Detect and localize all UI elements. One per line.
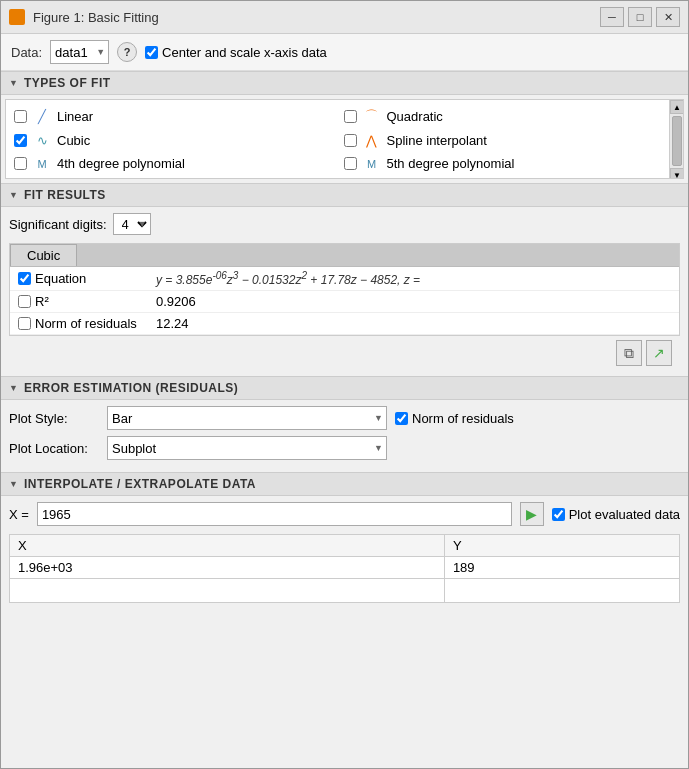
fit-cubic-checkbox[interactable]	[14, 134, 27, 147]
fit-spline-checkbox[interactable]	[344, 134, 357, 147]
data-select-wrapper: data1	[50, 40, 109, 64]
eval-icon: ▶	[526, 506, 537, 522]
equation-row: Equation y = 3.855e-06z3 − 0.01532z2 + 1…	[10, 267, 679, 291]
interpolate-title: INTERPOLATE / EXTRAPOLATE DATA	[24, 477, 256, 491]
main-scroll-area[interactable]: ▼ TYPES OF FIT ╱ Linear ⌒ Quadratic	[1, 71, 688, 768]
window-title: Figure 1: Basic Fitting	[33, 10, 592, 25]
plot-location-label: Plot Location:	[9, 441, 99, 456]
equation-value: y = 3.855e-06z3 − 0.01532z2 + 17.78z − 4…	[156, 270, 671, 287]
export-button[interactable]: ↗	[646, 340, 672, 366]
maximize-button[interactable]: □	[628, 7, 652, 27]
sig-digits-label: Significant digits:	[9, 217, 107, 232]
close-button[interactable]: ✕	[656, 7, 680, 27]
r2-checkbox[interactable]	[18, 295, 31, 308]
equation-label-cell: Equation	[18, 271, 148, 286]
norm-residuals-checkbox[interactable]	[395, 412, 408, 425]
plot-location-select-wrapper: Subplot	[107, 436, 387, 460]
interpolate-header[interactable]: ▼ INTERPOLATE / EXTRAPOLATE DATA	[1, 472, 688, 496]
center-scale-text: Center and scale x-axis data	[162, 45, 327, 60]
action-icons-row: ⧉ ↗	[9, 336, 680, 370]
center-scale-label[interactable]: Center and scale x-axis data	[145, 45, 327, 60]
plot-evaluated-checkbox[interactable]	[552, 508, 565, 521]
quadratic-icon: ⌒	[363, 107, 381, 125]
types-of-fit-title: TYPES OF FIT	[24, 76, 111, 90]
4th-degree-icon: Μ	[33, 158, 51, 170]
norm-checkbox[interactable]	[18, 317, 31, 330]
fit-linear-checkbox[interactable]	[14, 110, 27, 123]
data-label: Data:	[11, 45, 42, 60]
types-collapse-arrow: ▼	[9, 78, 18, 88]
fit-table-header-row: Cubic	[10, 244, 679, 267]
fit-cubic-label: Cubic	[57, 133, 90, 148]
plot-style-label: Plot Style:	[9, 411, 99, 426]
fit-type-spline: ⋀ Spline interpolant	[344, 130, 664, 151]
plot-evaluated-label[interactable]: Plot evaluated data	[552, 507, 680, 522]
fit-results-body: Significant digits: 4 Cubic	[1, 207, 688, 376]
fit-quadratic-checkbox[interactable]	[344, 110, 357, 123]
types-of-fit-section: ▼ TYPES OF FIT ╱ Linear ⌒ Quadratic	[1, 71, 688, 179]
fit-results-collapse-arrow: ▼	[9, 190, 18, 200]
help-button[interactable]: ?	[117, 42, 137, 62]
x-cell: 1.96e+03	[10, 557, 445, 579]
norm-residuals-text: Norm of residuals	[412, 411, 514, 426]
fit-types-grid: ╱ Linear ⌒ Quadratic ∿ Cubic	[14, 104, 663, 174]
plot-location-select[interactable]: Subplot	[107, 436, 387, 460]
fit-type-linear: ╱ Linear	[14, 104, 334, 128]
col-x-header: X	[10, 535, 445, 557]
table-row-empty	[10, 579, 680, 603]
main-window: Figure 1: Basic Fitting ─ □ ✕ Data: data…	[0, 0, 689, 769]
cubic-icon: ∿	[33, 133, 51, 148]
plot-evaluated-text: Plot evaluated data	[569, 507, 680, 522]
fit-quadratic-label: Quadratic	[387, 109, 443, 124]
linear-icon: ╱	[33, 109, 51, 124]
interp-table: X Y 1.96e+03 189	[9, 534, 680, 603]
interp-table-body: 1.96e+03 189	[10, 557, 680, 603]
interpolate-body: X = ▶ Plot evaluated data X Y	[1, 496, 688, 609]
x-cell-empty	[10, 579, 445, 603]
fit-name-tab: Cubic	[10, 244, 77, 266]
fit-spline-label: Spline interpolant	[387, 133, 487, 148]
y-cell: 189	[444, 557, 679, 579]
plot-style-row: Plot Style: Bar Norm of residuals	[9, 406, 680, 430]
copy-icon: ⧉	[624, 345, 634, 362]
sig-digits-row: Significant digits: 4	[9, 213, 680, 235]
r2-row: R² 0.9206	[10, 291, 679, 313]
norm-label-cell: Norm of residuals	[18, 316, 148, 331]
equation-checkbox[interactable]	[18, 272, 31, 285]
data-select[interactable]: data1	[50, 40, 109, 64]
center-scale-checkbox[interactable]	[145, 46, 158, 59]
interp-collapse-arrow: ▼	[9, 479, 18, 489]
sig-digits-select[interactable]: 4	[113, 213, 151, 235]
minimize-button[interactable]: ─	[600, 7, 624, 27]
fit-results-header[interactable]: ▼ FIT RESULTS	[1, 183, 688, 207]
scrollbar-thumb[interactable]	[672, 116, 682, 166]
fit-4th-checkbox[interactable]	[14, 157, 27, 170]
title-bar: Figure 1: Basic Fitting ─ □ ✕	[1, 1, 688, 34]
scrollbar-down[interactable]: ▼	[670, 168, 684, 179]
copy-button[interactable]: ⧉	[616, 340, 642, 366]
col-y-header: Y	[444, 535, 679, 557]
spline-icon: ⋀	[363, 133, 381, 148]
fit-5th-checkbox[interactable]	[344, 157, 357, 170]
r2-label-text: R²	[35, 294, 49, 309]
x-label: X =	[9, 507, 29, 522]
norm-residuals-label[interactable]: Norm of residuals	[395, 411, 514, 426]
fit-table-header-fill	[77, 244, 679, 266]
x-input[interactable]	[37, 502, 512, 526]
error-estimation-header[interactable]: ▼ ERROR ESTIMATION (RESIDUALS)	[1, 376, 688, 400]
fit-types-scrollbar[interactable]: ▲ ▼	[669, 100, 683, 178]
equation-label-text: Equation	[35, 271, 86, 286]
export-icon: ↗	[653, 345, 665, 361]
types-of-fit-header[interactable]: ▼ TYPES OF FIT	[1, 71, 688, 95]
5th-degree-icon: Μ	[363, 158, 381, 170]
fit-type-quadratic: ⌒ Quadratic	[344, 104, 664, 128]
fit-type-cubic: ∿ Cubic	[14, 130, 334, 151]
error-estimation-title: ERROR ESTIMATION (RESIDUALS)	[24, 381, 238, 395]
scrollbar-up[interactable]: ▲	[670, 100, 684, 114]
evaluate-button[interactable]: ▶	[520, 502, 544, 526]
plot-style-select[interactable]: Bar	[107, 406, 387, 430]
norm-row: Norm of residuals 12.24	[10, 313, 679, 335]
x-input-row: X = ▶ Plot evaluated data	[9, 502, 680, 526]
fit-4th-label: 4th degree polynomial	[57, 156, 185, 171]
norm-value: 12.24	[156, 316, 671, 331]
